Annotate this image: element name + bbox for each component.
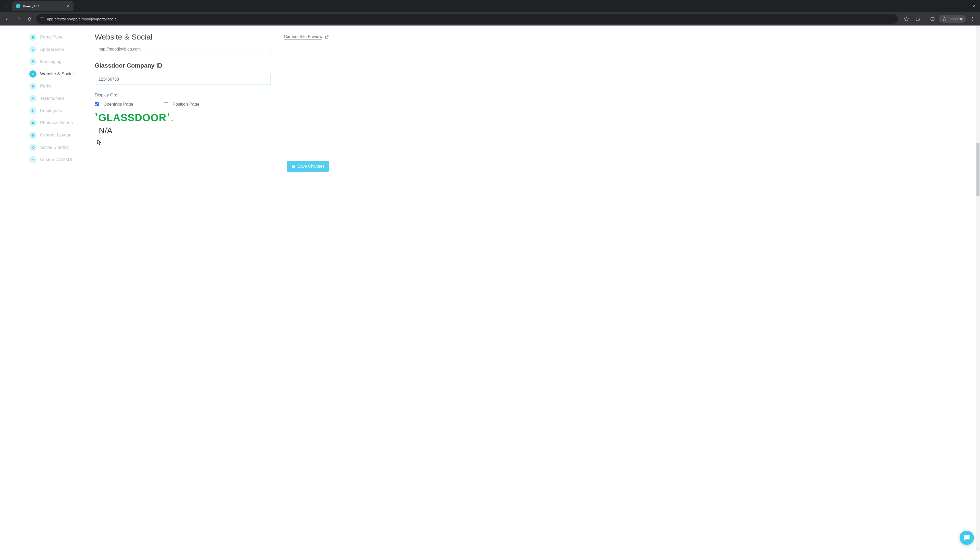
incognito-icon [942,17,947,21]
quote-icon [29,95,37,102]
glassdoor-quote-left-icon: ’ [95,114,98,120]
tab-close-button[interactable] [66,4,70,8]
site-info-button[interactable] [40,17,45,21]
browser-menu-button[interactable] [968,14,977,24]
scrollbar[interactable] [976,25,980,551]
sidebar-item-testimonials[interactable]: Testimonials [29,92,87,105]
tab-search-dropdown[interactable] [2,2,11,11]
sidebar-item-social-sharing[interactable]: Social Sharing [29,141,87,154]
blog-url-value: http://moodjoyblog.com [99,47,141,51]
openings-page-checkbox[interactable]: Openings Page [95,102,133,107]
sidebar-item-label: Photos & Videos [40,121,73,125]
plus-icon [78,4,82,8]
browser-toolbar: app.breezy.hr/app/c/moodjoy/portal/socia… [0,12,980,25]
position-page-checkbox-label: Position Page [172,102,199,107]
glassdoor-widget: ’ GLASSDOOR ’ ™ N/A [95,112,329,135]
scroll-down-button[interactable] [976,547,980,551]
svg-rect-11 [32,86,35,86]
sidebar-item-label: Employees [40,108,62,113]
toolbar-divider [925,16,925,22]
glassdoor-id-value: 123456788 [99,77,119,81]
sidebar-item-portal-type[interactable]: Portal Type [29,31,87,43]
glassdoor-id-heading: Glassdoor Company ID [95,62,329,69]
triangle-up-icon [977,26,979,29]
window-minimize-button[interactable] [942,1,955,11]
image-icon [29,119,37,127]
chat-icon [29,58,37,65]
incognito-label: Incognito [948,17,963,21]
sidebar-item-custom-css[interactable]: Custom CSS/JS [29,154,87,166]
external-link-icon [325,35,329,39]
glassdoor-quote-right-icon: ’ [167,114,170,120]
svg-point-4 [972,19,973,19]
arrow-left-icon [5,16,10,21]
close-icon [66,5,69,8]
save-button-label: Save Changes [298,164,325,168]
svg-rect-13 [32,122,35,124]
sidepanel-button[interactable] [928,14,937,24]
save-icon [291,164,296,168]
window-maximize-button[interactable] [955,1,967,11]
star-icon [904,16,909,21]
gift-icon [29,83,37,90]
settings-sidebar: Portal Type Appearance Messaging Website… [29,25,87,551]
extensions-button[interactable] [913,14,922,24]
sidebar-item-messaging[interactable]: Messaging [29,56,87,68]
browser-chrome: Breezy HR [0,0,980,25]
scrollbar-thumb[interactable] [977,143,980,197]
minimize-icon [947,5,950,8]
display-on-label: Display On: [95,93,329,98]
new-tab-button[interactable] [76,2,84,10]
sidebar-item-label: Website & Social [40,71,73,76]
sidebar-item-content-layout[interactable]: Content Layout [29,129,87,141]
sidebar-item-website-social[interactable]: Website & Social [29,68,87,80]
sidebar-item-label: Messaging [40,59,62,64]
preview-link-label: Careers Site Preview [284,35,322,40]
glassdoor-wordmark: GLASSDOOR [98,112,166,124]
chevron-down-icon [5,4,8,8]
sidebar-item-perks[interactable]: Perks [29,80,87,92]
window-close-button[interactable] [967,1,980,11]
reload-button[interactable] [25,14,34,24]
svg-rect-16 [32,135,35,137]
maximize-icon [959,5,963,8]
sidebar-item-label: Perks [40,84,51,89]
triangle-down-icon [977,548,979,550]
glassdoor-id-input[interactable]: 123456788 [95,74,271,85]
blog-url-input[interactable]: http://moodjoyblog.com [95,46,271,55]
openings-page-checkbox-input[interactable] [95,102,99,106]
layout-icon [29,132,37,139]
openings-page-checkbox-label: Openings Page [103,102,133,107]
scroll-up-button[interactable] [976,25,980,30]
tune-icon [40,17,45,21]
arrow-right-icon [16,16,21,21]
glassdoor-rating-value: N/A [99,126,329,135]
incognito-indicator[interactable]: Incognito [939,15,966,23]
sidebar-item-label: Appearance [40,47,64,52]
back-button[interactable] [3,14,12,24]
sidebar-item-photos-videos[interactable]: Photos & Videos [29,117,87,129]
sidebar-item-label: Social Sharing [40,145,68,150]
browser-tab[interactable]: Breezy HR [12,1,73,11]
position-page-checkbox[interactable]: Position Page [164,102,199,107]
document-icon [29,34,37,41]
careers-preview-link[interactable]: Careers Site Preview [284,35,329,40]
page-title: Website & Social [95,33,152,41]
svg-rect-6 [32,36,34,39]
sidebar-item-label: Content Layout [40,133,70,138]
sidebar-item-appearance[interactable]: Appearance [29,43,87,56]
svg-rect-10 [32,86,34,87]
bookmark-button[interactable] [901,14,911,24]
sidebar-item-employees[interactable]: Employees [29,105,87,117]
position-page-checkbox-input[interactable] [164,102,168,106]
puzzle-icon [915,17,920,21]
intercom-chat-button[interactable] [959,530,974,545]
forward-button[interactable] [14,14,23,24]
address-bar[interactable]: app.breezy.hr/app/c/moodjoy/portal/socia… [36,14,898,24]
brush-icon [29,46,37,53]
code-icon [29,156,37,163]
tab-title: Breezy HR [23,4,63,8]
svg-rect-15 [33,134,35,135]
url-text: app.breezy.hr/app/c/moodjoy/portal/socia… [47,17,118,21]
save-changes-button[interactable]: Save Changes [287,161,329,171]
